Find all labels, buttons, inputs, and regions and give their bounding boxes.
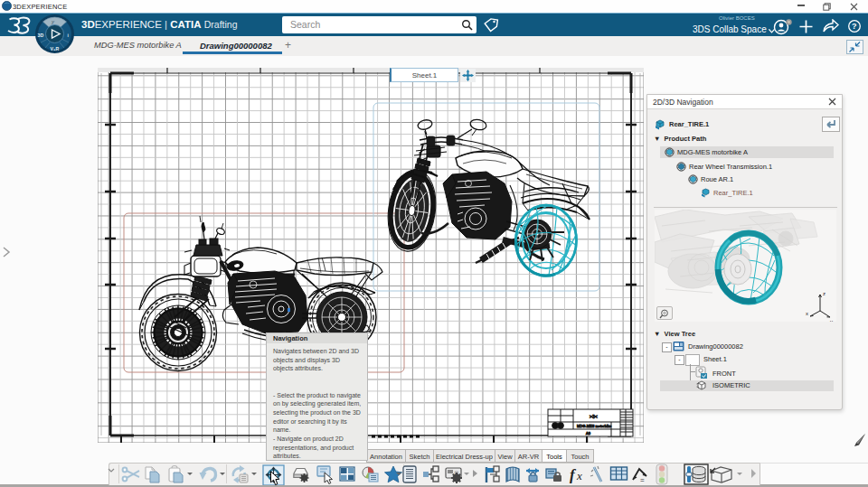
svg-text:A0: A0 (586, 431, 591, 435)
svg-text:V+R: V+R (51, 46, 60, 52)
svg-text:y: y (830, 319, 833, 322)
svg-text:z: z (823, 291, 826, 296)
svg-text:f: f (570, 466, 577, 483)
svg-text:?: ? (852, 22, 857, 31)
svg-text:x: x (576, 469, 582, 482)
svg-text:=: = (640, 476, 645, 484)
svg-text:>3<: >3< (590, 414, 598, 419)
svg-text:x: x (806, 311, 808, 316)
svg-text:3D: 3D (38, 33, 44, 38)
svg-text:MDG-MES motorbike: MDG-MES motorbike (577, 424, 612, 428)
